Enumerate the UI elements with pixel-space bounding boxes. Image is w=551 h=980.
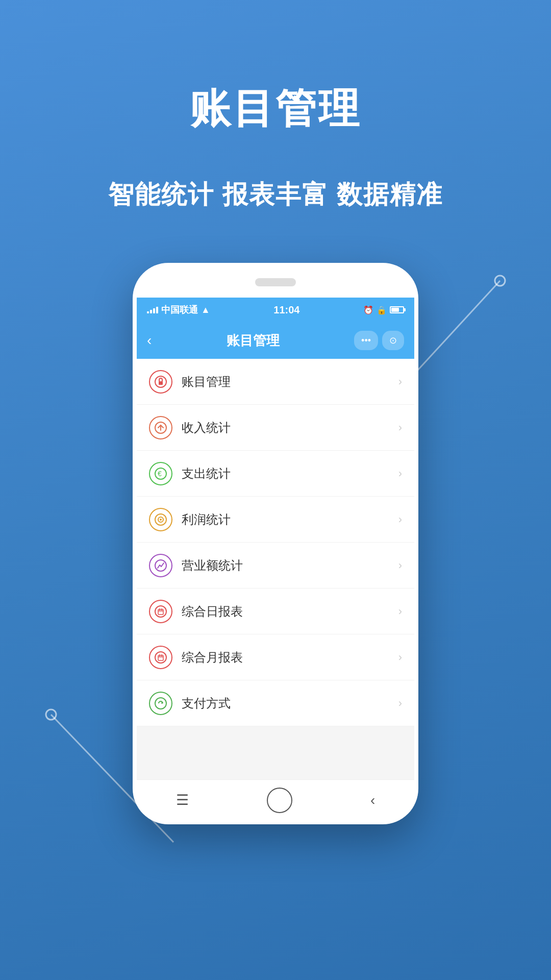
menu-icon-shouru [149, 416, 172, 439]
menu-label-yinye: 营业额统计 [182, 557, 243, 574]
menu-label-zhangmu: 账目管理 [182, 374, 231, 390]
bottom-nav: ☰ ‹ [137, 779, 414, 820]
nav-bar: ‹ 账目管理 ••• ⊙ [137, 322, 414, 359]
record-button[interactable]: ⊙ [382, 331, 404, 350]
svg-point-13 [155, 606, 166, 617]
status-left: 中国联通 ▲ [147, 304, 210, 316]
page-background: 账目管理 智能统计 报表丰富 数据精准 中国联通 ▲ 11:0 [0, 0, 551, 980]
menu-icon-yuebaobiao [149, 646, 172, 669]
svg-point-18 [155, 652, 166, 663]
nav-actions: ••• ⊙ [354, 331, 404, 350]
menu-label-yuebaobiao: 综合月报表 [182, 649, 243, 666]
chevron-icon: › [398, 697, 402, 710]
more-button[interactable]: ••• [354, 331, 378, 350]
wifi-icon: ▲ [201, 305, 210, 315]
menu-label-zhichu: 支出统计 [182, 465, 231, 482]
phone-screen: 中国联通 ▲ 11:04 ⏰ 🔒 ‹ 账目管理 ••• ⊙ [133, 263, 418, 824]
chevron-icon: › [398, 467, 402, 480]
chevron-icon: › [398, 375, 402, 388]
list-item[interactable]: 收入统计 › [137, 405, 414, 451]
signal-icon [147, 306, 158, 313]
home-button[interactable] [267, 788, 292, 813]
svg-rect-19 [158, 655, 163, 660]
nav-title: 账目管理 [227, 332, 280, 350]
menu-icon-zhifu [149, 692, 172, 715]
status-right: ⏰ 🔒 [363, 305, 404, 315]
alarm-icon: ⏰ [363, 305, 373, 315]
list-item[interactable]: 利润统计 › [137, 497, 414, 543]
menu-label-shouru: 收入统计 [182, 420, 231, 436]
svg-point-23 [155, 698, 166, 709]
status-bar: 中国联通 ▲ 11:04 ⏰ 🔒 [137, 298, 414, 322]
back-button[interactable]: ‹ [147, 332, 152, 349]
chevron-icon: › [398, 559, 402, 572]
menu-icon-zhangmu [149, 370, 172, 394]
menu-icon-ribaobiao [149, 600, 172, 623]
chevron-icon: › [398, 651, 402, 664]
phone-speaker [255, 278, 296, 286]
carrier-label: 中国联通 [161, 304, 198, 316]
phone-mockup: 中国联通 ▲ 11:04 ⏰ 🔒 ‹ 账目管理 ••• ⊙ [133, 263, 418, 824]
menu-label-zhifu: 支付方式 [182, 695, 231, 712]
svg-rect-5 [159, 381, 163, 385]
list-item[interactable]: 营业额统计 › [137, 543, 414, 589]
list-item[interactable]: 综合日报表 › [137, 589, 414, 634]
list-item[interactable]: 账目管理 › [137, 359, 414, 405]
svg-point-11 [160, 519, 162, 521]
menu-label-ribaobiao: 综合日报表 [182, 603, 243, 620]
back-nav-button[interactable]: ‹ [370, 792, 375, 808]
list-item[interactable]: € 支出统计 › [137, 451, 414, 497]
svg-text:€: € [158, 470, 162, 478]
list-item[interactable]: 支付方式 › [137, 680, 414, 726]
chevron-icon: › [398, 605, 402, 618]
menu-label-lirun: 利润统计 [182, 511, 231, 528]
menu-icon-lirun [149, 508, 172, 531]
list-item[interactable]: 综合月报表 › [137, 634, 414, 680]
hamburger-button[interactable]: ☰ [176, 792, 189, 808]
lock-icon: 🔒 [377, 305, 387, 315]
menu-icon-yinye [149, 554, 172, 577]
menu-list: 账目管理 › 收入统计 › € [137, 359, 414, 779]
menu-icon-zhichu: € [149, 462, 172, 485]
chevron-icon: › [398, 421, 402, 434]
chevron-icon: › [398, 513, 402, 526]
time-display: 11:04 [273, 304, 299, 316]
svg-rect-14 [158, 609, 163, 615]
battery-icon [390, 306, 404, 313]
